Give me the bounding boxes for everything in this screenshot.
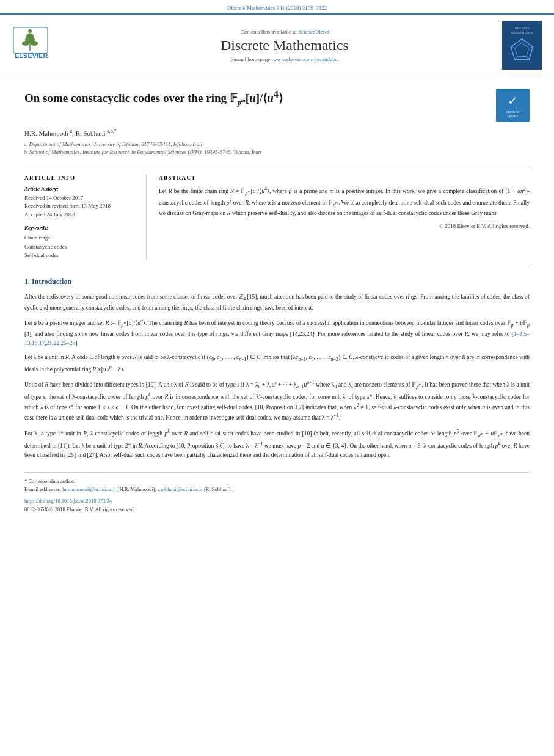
- intro-para-5: For λ, a type 1* unit in R, λ-constacycl…: [24, 428, 530, 460]
- finally-word: Finally: [513, 200, 530, 206]
- abstract-text: Let R be the finite chain ring R = 𝔽pm[u…: [159, 186, 530, 218]
- email-addresses: E-mail addresses: hr.mahmoodi@sci.ui.ac.…: [24, 485, 530, 493]
- authors: H.R. Mahmoodi a, R. Sobhani a,b,*: [24, 128, 530, 137]
- affiliation-b: b School of Mathematics, Institute for R…: [24, 148, 530, 157]
- check-updates-text: Check forupdates: [506, 110, 520, 118]
- affiliations: a Department of Mathematics University o…: [24, 140, 530, 157]
- intro-para-4: Units of R have been divided into differ…: [24, 379, 530, 423]
- keyword-2: Constacyclic codes: [24, 242, 136, 251]
- intro-para-3: Let λ be a unit in R. A code C of length…: [24, 353, 530, 374]
- doi-section: https://doi.org/10.1016/j.disc.2018.07.0…: [24, 497, 530, 504]
- svg-text:ELSEVIER: ELSEVIER: [15, 52, 48, 59]
- received-date: Received 14 October 2017: [24, 194, 136, 203]
- doi-link[interactable]: https://doi.org/10.1016/j.disc.2018.07.0…: [24, 498, 112, 504]
- svg-point-5: [31, 41, 38, 46]
- keyword-1: Chain rings: [24, 233, 136, 242]
- keywords-list: Chain rings Constacyclic codes Self-dual…: [24, 233, 136, 260]
- journal-reference: Discrete Mathematics 341 (2018) 3106–312…: [0, 0, 554, 13]
- journal-cover-image: DISCRETEMATHEMATICS: [502, 21, 542, 70]
- introduction-section: 1. Introduction After the rediscovery of…: [24, 277, 530, 460]
- journal-homepage-link[interactable]: www.elsevier.com/locate/disc: [273, 56, 338, 62]
- copyright-notice: © 2018 Elsevier B.V. All rights reserved…: [159, 223, 530, 229]
- svg-point-4: [22, 41, 29, 46]
- article-info-heading: ARTICLE INFO: [24, 175, 136, 181]
- keyword-3: Self-dual codes: [24, 251, 136, 260]
- check-icon: ✓: [508, 93, 518, 109]
- intro-para-2: Let a be a positive integer and set R :=…: [24, 318, 530, 348]
- email-1-link[interactable]: hr.mahmoodi@sci.ui.ac.ir: [62, 486, 116, 492]
- email-2-link[interactable]: r.sobhani@sci.ui.ac.ir: [158, 486, 203, 492]
- check-updates-badge[interactable]: ✓ Check forupdates: [496, 89, 530, 122]
- section-1-title: 1. Introduction: [24, 277, 530, 286]
- main-content: On some constacyclic codes over the ring…: [0, 76, 554, 525]
- abstract-heading: ABSTRACT: [159, 175, 530, 181]
- article-meta-section: ARTICLE INFO Article history: Received 1…: [24, 167, 530, 268]
- journal-center: Contents lists available at ScienceDirec…: [79, 29, 490, 62]
- svg-line-14: [515, 56, 518, 59]
- journal-title: Discrete Mathematics: [79, 37, 490, 54]
- journal-ref-text: Discrete Mathematics 341 (2018) 3106–312…: [227, 5, 327, 11]
- contents-available: Contents lists available at ScienceDirec…: [79, 29, 490, 35]
- footer-copyright: 0012-365X/© 2018 Elsevier B.V. All right…: [24, 506, 530, 512]
- elsevier-logo: ELSEVIER: [12, 26, 67, 64]
- sciencedirect-link[interactable]: ScienceDirect: [298, 29, 329, 35]
- journal-header: ELSEVIER Contents lists available at Sci…: [0, 13, 554, 76]
- article-history-label: Article history:: [24, 186, 136, 192]
- corresponding-author-note: * Corresponding author.: [24, 478, 530, 485]
- accepted-date: Accepted 24 July 2018: [24, 211, 136, 219]
- footer: * Corresponding author. E-mail addresses…: [24, 472, 530, 512]
- affiliation-a: a Department of Mathematics University o…: [24, 140, 530, 149]
- intro-para-1: After the rediscovery of some good nonli…: [24, 293, 530, 313]
- journal-homepage: journal homepage: www.elsevier.com/locat…: [79, 56, 490, 62]
- paper-title: On some constacyclic codes over the ring…: [24, 89, 490, 108]
- svg-point-7: [28, 29, 32, 33]
- abstract-section: ABSTRACT Let R be the finite chain ring …: [159, 175, 530, 260]
- svg-line-13: [527, 56, 530, 59]
- article-info: ARTICLE INFO Article history: Received 1…: [24, 175, 147, 260]
- revised-date: Received in revised form 13 May 2018: [24, 202, 136, 211]
- svg-marker-10: [515, 43, 529, 57]
- keywords-label: Keywords:: [24, 225, 136, 231]
